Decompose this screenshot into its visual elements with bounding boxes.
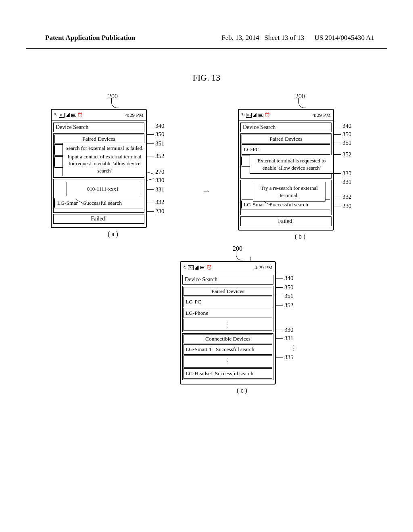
leader-lines-c: 340 350 351 352 330 331 ⋮ 335: [276, 261, 304, 361]
footer-status: Failed!: [53, 214, 144, 224]
popup-line-1: Search for external terminal is failed.: [65, 145, 144, 152]
device-status: Successful search: [216, 346, 254, 352]
paired-devices-section: Paired Devices LG-PC LG-Phone ···: [182, 286, 273, 332]
leader-diagonal: [73, 199, 84, 209]
popup-line-2: Input a contact of external terminal for…: [65, 153, 144, 175]
status-bar: ↻ 4G ⏰ 4:29 PM: [181, 262, 275, 273]
network-4g-icon: 4G: [188, 265, 194, 270]
status-time: 4:29 PM: [313, 112, 331, 118]
network-4g-icon: 4G: [246, 113, 252, 118]
paired-devices-header: Paired Devices: [54, 135, 143, 143]
connectible-section: Try a re-search for external terminal. L…: [240, 180, 332, 215]
leader-ellipsis: ⋮: [276, 344, 304, 351]
status-time: 4:29 PM: [125, 112, 144, 118]
signal-bars-icon: [66, 113, 70, 117]
device-status: Successful search: [215, 370, 254, 376]
popup-request-sent: External terminal is requested to enable…: [250, 155, 334, 174]
list-ellipsis: ···: [184, 319, 272, 331]
list-item[interactable]: LG-Headset Successful search: [184, 368, 272, 379]
subfigure-label-c: ( c ): [237, 387, 247, 394]
status-bar: ↻ 4G ⏰ 4:29 PM: [239, 110, 333, 121]
list-item[interactable]: LG-Smart 1 Successful search: [184, 344, 272, 355]
list-item[interactable]: LG-PC: [242, 144, 330, 155]
battery-icon: [259, 114, 263, 117]
contact-input[interactable]: 010-1111-xxx1: [67, 182, 139, 196]
paired-devices-header: Paired Devices: [242, 135, 330, 143]
status-time: 4:29 PM: [254, 264, 273, 271]
paired-devices-section: Paired Devices Search for external termi…: [53, 133, 144, 178]
battery-icon: [71, 114, 76, 117]
popup-search-failed: Search for external terminal is failed. …: [63, 143, 146, 176]
rotate-icon: ↻: [54, 112, 58, 118]
subfigure-b: 200 ↻ 4G ⏰ 4:29 PM: [232, 93, 368, 240]
alarm-icon: ⏰: [265, 112, 270, 118]
device-name: LG-Smart 1: [186, 346, 212, 352]
rotate-icon: ↻: [183, 265, 187, 270]
signal-bars-icon: [253, 113, 257, 117]
subfigure-label-a: ( a ): [108, 231, 118, 238]
footer-status: Failed!: [240, 216, 332, 226]
arrow-b-to-c: ↓: [249, 256, 252, 260]
subfigure-c: 200 ↓ ↻ 4G ⏰: [174, 245, 310, 394]
screen-title: Device Search: [182, 275, 273, 285]
arrow-a-to-b: →: [202, 138, 211, 195]
connectible-section: 010-1111-xxx1 LG-Smar Successful search: [53, 179, 144, 213]
device-status: Successful search: [270, 202, 309, 208]
header-right: Feb. 13, 2014 Sheet 13 of 13 US 2014/004…: [221, 34, 374, 42]
device-name: LG-Headset: [186, 370, 212, 376]
device-status: Successful search: [83, 200, 122, 206]
leader-lines-b: 340 350 351 352 330 331 332 230: [334, 109, 362, 210]
screen-title: Device Search: [240, 123, 332, 132]
ref-200-b: 200: [294, 93, 306, 108]
header-left: Patent Application Publication: [45, 34, 135, 42]
list-item[interactable]: LG-PC: [184, 297, 272, 307]
list-item[interactable]: LG-Phone: [184, 308, 272, 318]
paired-devices-header: Paired Devices: [184, 287, 272, 296]
phone-a: ↻ 4G ⏰ 4:29 PM Device Search Paire: [51, 109, 147, 228]
signal-bars-icon: [195, 266, 199, 270]
phone-b: ↻ 4G ⏰ 4:29 PM Device Search Paire: [238, 109, 334, 231]
battery-icon: [200, 266, 205, 269]
paired-devices-section: Paired Devices LG-PC External terminal i…: [240, 133, 332, 179]
alarm-icon: ⏰: [206, 265, 212, 270]
page-header: Patent Application Publication Feb. 13, …: [0, 0, 413, 46]
ref-200-a: 200: [107, 93, 119, 108]
rotate-icon: ↻: [241, 112, 245, 118]
connectible-section: Connectible Devices LG-Smart 1 Successfu…: [182, 333, 273, 380]
list-ellipsis: ···: [184, 355, 272, 368]
list-item[interactable]: LG-Smar Successful search: [54, 198, 143, 208]
header-rule: [26, 48, 387, 49]
subfigure-label-b: ( b ): [295, 233, 306, 240]
retry-search-prompt[interactable]: Try a re-search for external terminal.: [253, 182, 325, 202]
connectible-header: Connectible Devices: [184, 335, 272, 343]
status-icons: ↻ 4G ⏰: [54, 112, 83, 118]
phone-c: ↻ 4G ⏰ 4:29 PM Device Search Paire: [180, 261, 276, 384]
alarm-icon: ⏰: [77, 112, 83, 118]
status-bar: ↻ 4G ⏰ 4:29 PM: [52, 110, 146, 121]
ref-200-c: 200: [232, 245, 243, 260]
leader-lines-a: 340 350 351 352 270 330 331 332 230: [147, 109, 175, 215]
screen-title: Device Search: [53, 123, 144, 132]
network-4g-icon: 4G: [59, 113, 65, 118]
subfigure-a: 200 ↻ 4G ⏰ 4:29 PM: [45, 93, 181, 238]
figure-body: 200 ↻ 4G ⏰ 4:29 PM: [0, 83, 413, 394]
figure-title: FIG. 13: [0, 73, 413, 83]
